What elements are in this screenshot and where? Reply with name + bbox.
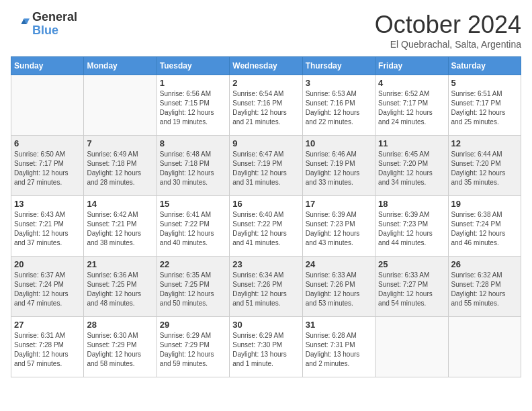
day-number: 13 [14, 199, 81, 209]
calendar-table: SundayMondayTuesdayWednesdayThursdayFrid… [11, 56, 521, 377]
calendar-cell: 2Sunrise: 6:54 AM Sunset: 7:16 PM Daylig… [230, 75, 302, 136]
day-number: 14 [87, 199, 153, 209]
calendar-cell: 16Sunrise: 6:40 AM Sunset: 7:22 PM Dayli… [230, 196, 302, 257]
day-info: Sunrise: 6:40 AM Sunset: 7:22 PM Dayligh… [232, 210, 299, 248]
day-number: 15 [160, 199, 226, 209]
day-number: 22 [160, 259, 226, 269]
day-info: Sunrise: 6:34 AM Sunset: 7:26 PM Dayligh… [232, 271, 299, 308]
day-number: 7 [87, 138, 153, 148]
day-info: Sunrise: 6:43 AM Sunset: 7:21 PM Dayligh… [14, 210, 81, 248]
calendar-cell: 17Sunrise: 6:39 AM Sunset: 7:23 PM Dayli… [302, 196, 375, 257]
calendar-header-friday: Friday [375, 57, 448, 75]
calendar-cell: 6Sunrise: 6:50 AM Sunset: 7:17 PM Daylig… [11, 136, 84, 196]
calendar-cell: 9Sunrise: 6:47 AM Sunset: 7:19 PM Daylig… [230, 136, 302, 196]
calendar-cell [448, 317, 521, 377]
calendar-cell: 5Sunrise: 6:51 AM Sunset: 7:17 PM Daylig… [448, 75, 521, 136]
day-info: Sunrise: 6:39 AM Sunset: 7:23 PM Dayligh… [378, 210, 445, 248]
day-info: Sunrise: 6:28 AM Sunset: 7:31 PM Dayligh… [306, 331, 372, 369]
day-info: Sunrise: 6:47 AM Sunset: 7:19 PM Dayligh… [232, 150, 299, 187]
day-number: 17 [306, 199, 372, 209]
calendar-header-sunday: Sunday [11, 57, 84, 75]
calendar-cell: 25Sunrise: 6:33 AM Sunset: 7:27 PM Dayli… [375, 257, 448, 317]
day-info: Sunrise: 6:49 AM Sunset: 7:18 PM Dayligh… [87, 150, 153, 187]
day-number: 27 [14, 320, 81, 330]
day-info: Sunrise: 6:53 AM Sunset: 7:16 PM Dayligh… [306, 89, 372, 127]
calendar-cell [11, 75, 84, 136]
day-number: 3 [306, 78, 372, 88]
calendar-cell: 3Sunrise: 6:53 AM Sunset: 7:16 PM Daylig… [302, 75, 375, 136]
calendar-header-wednesday: Wednesday [230, 57, 302, 75]
day-info: Sunrise: 6:38 AM Sunset: 7:24 PM Dayligh… [451, 210, 518, 248]
calendar-cell: 12Sunrise: 6:44 AM Sunset: 7:20 PM Dayli… [448, 136, 521, 196]
calendar-week-row: 20Sunrise: 6:37 AM Sunset: 7:24 PM Dayli… [11, 257, 521, 317]
logo-general-text: General [32, 10, 77, 24]
calendar-cell: 21Sunrise: 6:36 AM Sunset: 7:25 PM Dayli… [84, 257, 157, 317]
calendar-cell: 4Sunrise: 6:52 AM Sunset: 7:17 PM Daylig… [375, 75, 448, 136]
calendar-cell: 14Sunrise: 6:42 AM Sunset: 7:21 PM Dayli… [84, 196, 157, 257]
day-info: Sunrise: 6:41 AM Sunset: 7:22 PM Dayligh… [160, 210, 226, 248]
day-info: Sunrise: 6:37 AM Sunset: 7:24 PM Dayligh… [14, 271, 81, 308]
calendar-cell: 29Sunrise: 6:29 AM Sunset: 7:29 PM Dayli… [157, 317, 229, 377]
day-number: 23 [232, 259, 299, 269]
day-number: 9 [232, 138, 299, 148]
day-number: 8 [160, 138, 226, 148]
title-section: October 2024 El Quebrachal, Salta, Argen… [375, 11, 521, 50]
day-number: 11 [378, 138, 445, 148]
day-number: 1 [160, 78, 226, 88]
day-number: 12 [451, 138, 518, 148]
calendar-cell: 23Sunrise: 6:34 AM Sunset: 7:26 PM Dayli… [230, 257, 302, 317]
day-info: Sunrise: 6:50 AM Sunset: 7:17 PM Dayligh… [14, 150, 81, 187]
day-info: Sunrise: 6:36 AM Sunset: 7:25 PM Dayligh… [87, 271, 153, 308]
day-number: 16 [232, 199, 299, 209]
day-number: 29 [160, 320, 226, 330]
day-info: Sunrise: 6:56 AM Sunset: 7:15 PM Dayligh… [160, 89, 226, 127]
location-subtitle: El Quebrachal, Salta, Argentina [375, 39, 521, 50]
day-number: 18 [378, 199, 445, 209]
logo-blue-text: Blue [32, 24, 58, 37]
logo: General Blue [11, 11, 77, 38]
calendar-cell: 1Sunrise: 6:56 AM Sunset: 7:15 PM Daylig… [157, 75, 229, 136]
day-info: Sunrise: 6:46 AM Sunset: 7:19 PM Dayligh… [306, 150, 372, 187]
day-info: Sunrise: 6:42 AM Sunset: 7:21 PM Dayligh… [87, 210, 153, 248]
calendar-header-monday: Monday [84, 57, 157, 75]
calendar-cell [375, 317, 448, 377]
day-info: Sunrise: 6:29 AM Sunset: 7:30 PM Dayligh… [232, 331, 299, 369]
calendar-cell [84, 75, 157, 136]
calendar-cell: 10Sunrise: 6:46 AM Sunset: 7:19 PM Dayli… [302, 136, 375, 196]
calendar-cell: 19Sunrise: 6:38 AM Sunset: 7:24 PM Dayli… [448, 196, 521, 257]
calendar-cell: 28Sunrise: 6:30 AM Sunset: 7:29 PM Dayli… [84, 317, 157, 377]
calendar-week-row: 27Sunrise: 6:31 AM Sunset: 7:28 PM Dayli… [11, 317, 521, 377]
day-number: 20 [14, 259, 81, 269]
day-number: 25 [378, 259, 445, 269]
calendar-header-row: SundayMondayTuesdayWednesdayThursdayFrid… [11, 57, 521, 75]
day-number: 4 [378, 78, 445, 88]
day-info: Sunrise: 6:48 AM Sunset: 7:18 PM Dayligh… [160, 150, 226, 187]
calendar-cell: 31Sunrise: 6:28 AM Sunset: 7:31 PM Dayli… [302, 317, 375, 377]
month-title: October 2024 [375, 11, 521, 39]
day-number: 6 [14, 138, 81, 148]
day-info: Sunrise: 6:33 AM Sunset: 7:27 PM Dayligh… [378, 271, 445, 308]
calendar-cell: 18Sunrise: 6:39 AM Sunset: 7:23 PM Dayli… [375, 196, 448, 257]
calendar-header-thursday: Thursday [302, 57, 375, 75]
day-number: 24 [306, 259, 372, 269]
day-number: 2 [232, 78, 299, 88]
calendar-cell: 30Sunrise: 6:29 AM Sunset: 7:30 PM Dayli… [230, 317, 302, 377]
calendar-cell: 15Sunrise: 6:41 AM Sunset: 7:22 PM Dayli… [157, 196, 229, 257]
page-header: General Blue October 2024 El Quebrachal,… [11, 11, 521, 50]
day-info: Sunrise: 6:44 AM Sunset: 7:20 PM Dayligh… [451, 150, 518, 187]
day-info: Sunrise: 6:33 AM Sunset: 7:26 PM Dayligh… [306, 271, 372, 308]
day-number: 5 [451, 78, 518, 88]
day-info: Sunrise: 6:54 AM Sunset: 7:16 PM Dayligh… [232, 89, 299, 127]
day-number: 30 [232, 320, 299, 330]
calendar-week-row: 1Sunrise: 6:56 AM Sunset: 7:15 PM Daylig… [11, 75, 521, 136]
day-info: Sunrise: 6:45 AM Sunset: 7:20 PM Dayligh… [378, 150, 445, 187]
calendar-week-row: 13Sunrise: 6:43 AM Sunset: 7:21 PM Dayli… [11, 196, 521, 257]
day-number: 26 [451, 259, 518, 269]
day-info: Sunrise: 6:35 AM Sunset: 7:25 PM Dayligh… [160, 271, 226, 308]
day-info: Sunrise: 6:32 AM Sunset: 7:28 PM Dayligh… [451, 271, 518, 308]
day-number: 21 [87, 259, 153, 269]
day-info: Sunrise: 6:39 AM Sunset: 7:23 PM Dayligh… [306, 210, 372, 248]
calendar-cell: 24Sunrise: 6:33 AM Sunset: 7:26 PM Dayli… [302, 257, 375, 317]
calendar-cell: 22Sunrise: 6:35 AM Sunset: 7:25 PM Dayli… [157, 257, 229, 317]
day-number: 10 [306, 138, 372, 148]
